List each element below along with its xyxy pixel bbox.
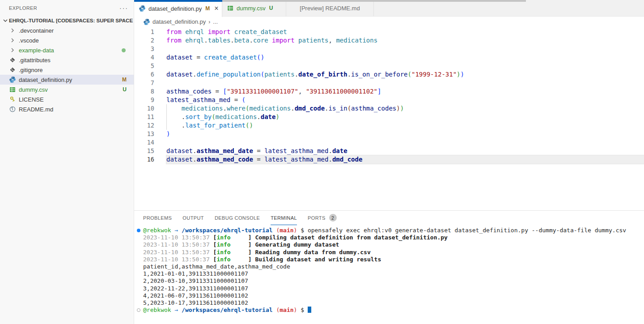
code-line[interactable]: 7	[134, 79, 644, 87]
terminal-line: 4,2021-06-07,39113611000001102	[137, 292, 644, 299]
editor-tab[interactable]: dataset_definition.pyM×	[134, 0, 222, 17]
code-line-content[interactable]: .last_for_patient()	[166, 121, 644, 130]
code-line[interactable]: 16dataset.asthma_med_code = latest_asthm…	[134, 155, 644, 164]
code-line-content[interactable]	[166, 45, 644, 53]
panel-tab-label: DEBUG CONSOLE	[215, 215, 260, 221]
line-number[interactable]: 16	[134, 155, 166, 164]
line-number[interactable]: 11	[134, 113, 166, 121]
line-number[interactable]: 10	[134, 104, 166, 113]
code-line[interactable]: 3	[134, 45, 644, 53]
file-tree-item[interactable]: LICENSE	[0, 94, 134, 104]
code-line[interactable]: 6dataset.define_population(patients.date…	[134, 70, 644, 79]
code-line[interactable]: 2from ehrql.tables.beta.core import pati…	[134, 36, 644, 45]
tabbar-scrollbar-thumb[interactable]	[222, 0, 526, 2]
line-number[interactable]: 9	[134, 96, 166, 104]
file-tree-item[interactable]: .gitignore	[0, 65, 134, 75]
panel-tab-debug-console[interactable]: DEBUG CONSOLE	[215, 211, 260, 225]
prompt-path: /workspaces/ehrql-tutorial	[182, 307, 273, 314]
terminal-cursor	[308, 307, 311, 313]
breadcrumb-more[interactable]: ...	[213, 18, 218, 25]
prompt-arrow: →	[171, 307, 182, 314]
code-line[interactable]: 5	[134, 62, 644, 70]
editor-tab[interactable]: [Preview] README.md	[286, 0, 374, 16]
log-message: Generating dummy dataset	[255, 241, 339, 248]
git-status-badge: U	[123, 86, 127, 93]
terminal-gutter	[137, 241, 143, 248]
line-number[interactable]: 3	[134, 45, 166, 53]
code-line[interactable]: 8asthma_codes = ["39113311000001107", "3…	[134, 87, 644, 96]
file-tree-item[interactable]: dataset_definition.pyM	[0, 75, 134, 85]
code-line-content[interactable]	[166, 79, 644, 87]
editor-tab[interactable]: dummy.csvU	[222, 0, 286, 16]
code-line-content[interactable]: dataset.asthma_med_date = latest_asthma_…	[166, 147, 644, 155]
command-decoration-icon	[137, 227, 143, 234]
line-number[interactable]: 12	[134, 121, 166, 130]
editor-area: dataset_definition.pyM×dummy.csvU[Previe…	[134, 0, 644, 324]
log-timestamp: 2023-11-10 13:50:37	[143, 241, 213, 248]
line-number[interactable]: 4	[134, 53, 166, 62]
close-icon[interactable]: ×	[214, 5, 218, 12]
panel-tab-ports[interactable]: PORTS2	[308, 211, 337, 225]
prompt-char: $	[297, 307, 307, 314]
file-tree-item[interactable]: README.md	[0, 104, 134, 114]
line-number[interactable]: 1	[134, 28, 166, 36]
line-number[interactable]: 7	[134, 79, 166, 87]
terminal-gutter	[137, 277, 143, 285]
line-number[interactable]: 13	[134, 130, 166, 138]
line-number[interactable]: 2	[134, 36, 166, 45]
code-line-content[interactable]: dataset.asthma_med_code = latest_asthma_…	[166, 155, 644, 164]
code-line-content[interactable]: )	[166, 130, 644, 138]
terminal-line: 2023-11-10 13:50:37 [info ] Compiling da…	[137, 234, 644, 241]
code-line[interactable]: 4dataset = create_dataset()	[134, 53, 644, 62]
code-line[interactable]: 13)	[134, 130, 644, 138]
untracked-contents-dot	[122, 48, 126, 52]
code-line[interactable]: 11 .sort_by(medications.date)	[134, 113, 644, 121]
code-line-content[interactable]: asthma_codes = ["39113311000001107", "39…	[166, 87, 644, 96]
file-tree-item[interactable]: dummy.csvU	[0, 85, 134, 94]
code-line-content[interactable]: latest_asthma_med = (	[166, 96, 644, 104]
prompt-branch: main	[280, 307, 293, 314]
code-line-content[interactable]	[166, 138, 644, 147]
more-actions-icon[interactable]: ···	[119, 6, 128, 10]
terminal-line: 3,2022-11-22,39113311000001107	[137, 285, 644, 292]
file-tree-item[interactable]: .gitattributes	[0, 55, 134, 65]
code-line[interactable]: 9latest_asthma_med = (	[134, 96, 644, 104]
line-number[interactable]: 14	[134, 138, 166, 147]
file-tree-item[interactable]: .vscode	[0, 35, 134, 45]
line-number[interactable]: 8	[134, 87, 166, 96]
code-editor[interactable]: 1from ehrql import create_dataset2from e…	[134, 27, 644, 210]
code-line-content[interactable]: dataset = create_dataset()	[166, 53, 644, 62]
code-line[interactable]: 10 medications.where(medications.dmd_cod…	[134, 104, 644, 113]
code-line-content[interactable]: from ehrql.tables.beta.core import patie…	[166, 36, 644, 45]
log-message: Compiling dataset definition from datase…	[255, 234, 447, 241]
code-line-content[interactable]: medications.where(medications.dmd_code.i…	[166, 104, 644, 113]
log-level: info	[216, 256, 230, 263]
code-line[interactable]: 1from ehrql import create_dataset	[134, 28, 644, 36]
editor-tabbar: dataset_definition.pyM×dummy.csvU[Previe…	[134, 0, 644, 17]
code-line-content[interactable]: from ehrql import create_dataset	[166, 28, 644, 36]
code-line-content[interactable]: .sort_by(medications.date)	[166, 113, 644, 121]
code-line[interactable]: 14	[134, 138, 644, 147]
terminal-line: 2023-11-10 13:50:37 [info ] Building dat…	[137, 256, 644, 263]
explorer-root-folder[interactable]: EHRQL-TUTORIAL [CODESPACES: SUPER SPACE …	[0, 16, 134, 26]
breadcrumb-file[interactable]: dataset_definition.py	[153, 18, 206, 25]
terminal[interactable]: @rebkwok → /workspaces/ehrql-tutorial (m…	[134, 225, 644, 314]
file-label: LICENSE	[19, 96, 44, 103]
code-line-content[interactable]	[166, 62, 644, 70]
panel-tab-output[interactable]: OUTPUT	[182, 211, 204, 225]
line-number[interactable]: 5	[134, 62, 166, 70]
panel-tab-terminal[interactable]: TERMINAL	[271, 211, 297, 225]
file-tree-item[interactable]: .devcontainer	[0, 26, 134, 35]
code-line[interactable]: 15dataset.asthma_med_date = latest_asthm…	[134, 147, 644, 155]
code-line-content[interactable]: dataset.define_population(patients.date_…	[166, 70, 644, 79]
file-label: README.md	[19, 106, 53, 113]
file-tree-item[interactable]: example-data	[0, 45, 134, 55]
line-number[interactable]: 15	[134, 147, 166, 155]
panel-tab-problems[interactable]: PROBLEMS	[143, 211, 172, 225]
terminal-gutter	[137, 256, 143, 263]
file-label: dummy.csv	[19, 86, 48, 93]
panel-tabbar: PROBLEMSOUTPUTDEBUG CONSOLETERMINALPORTS…	[134, 211, 644, 225]
line-number[interactable]: 6	[134, 70, 166, 79]
code-line[interactable]: 12 .last_for_patient()	[134, 121, 644, 130]
tab-dirty-badge: U	[269, 5, 273, 11]
